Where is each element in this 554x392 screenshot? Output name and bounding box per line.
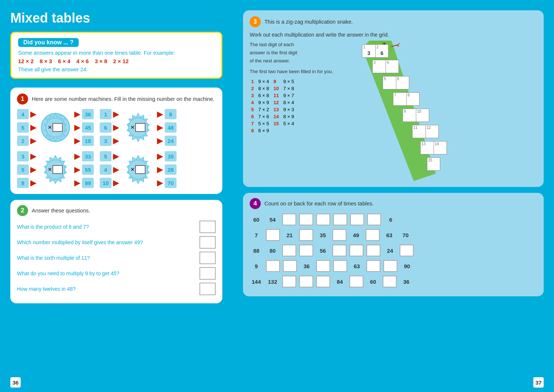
grid-cell-6[interactable]: 6 (396, 76, 409, 89)
page-right: 3 This is a zig-zag multiplication snake… (233, 0, 554, 392)
q2-text-2: Which number multiplied by itself gives … (17, 239, 143, 245)
q2-answer-3[interactable] (199, 252, 216, 264)
grid-cell-3[interactable]: 3 (372, 60, 386, 73)
dyk-ex-1: 12 × 2 (18, 58, 34, 64)
cb-1-2[interactable] (299, 214, 313, 225)
machine-1-inputs: 4 ▶ 5 ▶ 2 ▶ (17, 109, 37, 146)
q2-answer-1[interactable] (199, 221, 216, 233)
cv-5-5: 36 (400, 279, 413, 285)
cb-5-2[interactable] (299, 276, 313, 287)
cv-3-2: 80 (266, 248, 279, 254)
grid-row-8: 15 (427, 157, 440, 171)
cb-4-2[interactable] (283, 260, 297, 272)
grid-cell-15[interactable]: 15 (427, 157, 440, 171)
q2-answer-2[interactable] (199, 236, 216, 249)
cv-1-2: 54 (266, 217, 279, 223)
cb-5-3[interactable] (316, 276, 330, 287)
cv-2-4: 49 (349, 232, 363, 238)
cb-3-5[interactable] (366, 245, 380, 256)
cb-2-1[interactable] (266, 229, 280, 241)
cv-4-4: 90 (400, 263, 414, 269)
cv-5-1: 144 (250, 279, 263, 285)
q2-text-1: What is the product of 6 and 7? (17, 224, 89, 230)
q2-item-5: How many twelves in 48? (17, 283, 216, 295)
section-3-num: 3 (250, 16, 261, 27)
cv-1-3: 6 (384, 217, 397, 223)
q2-text-4: What do you need to multiply 9 by to get… (17, 270, 119, 276)
q2-answer-4[interactable] (199, 267, 216, 280)
grid-cell-10[interactable]: 10 (416, 109, 429, 122)
cb-5-1[interactable] (282, 276, 296, 287)
section-3-card: 3 This is a zig-zag multiplication snake… (243, 10, 544, 187)
grid-cell-8[interactable]: 8 (406, 92, 420, 106)
cv-3-4: 24 (383, 248, 397, 254)
cv-5-2: 132 (266, 279, 279, 285)
count-row-5: 144 132 84 60 36 (250, 276, 537, 287)
section-2-card: 2 Answer these questions. What is the pr… (10, 200, 222, 303)
cb-3-2[interactable] (299, 245, 313, 256)
grid-cell-13[interactable]: 13 (420, 141, 434, 154)
snake-note2: The first two have been filled in for yo… (250, 69, 333, 74)
q2-answer-5[interactable] (199, 283, 216, 295)
q2-item-2: Which number multiplied by itself gives … (17, 236, 216, 249)
cv-1-1: 60 (250, 217, 263, 223)
snake-grid-area: 1 3 2 6 3 4 (340, 41, 451, 181)
cv-4-3: 63 (350, 263, 363, 269)
grid-row-1: 1 3 2 6 (362, 44, 389, 58)
grid-cell-7[interactable]: 7 (393, 92, 406, 106)
dyk-examples: 12 × 2 8 × 3 6 × 4 4 × 6 3 × 8 2 × 12 (18, 58, 215, 64)
cb-3-1[interactable] (282, 245, 296, 256)
section-4-num: 4 (250, 198, 261, 209)
section-3-header: 3 This is a zig-zag multiplication snake… (250, 16, 537, 27)
dyk-intro: Some answers appear in more than one tim… (18, 50, 215, 56)
cb-2-2[interactable] (299, 229, 313, 241)
cb-4-3[interactable] (316, 260, 330, 272)
machine-4: 5 ▶ 4 ▶ 10 ▶ (100, 151, 177, 188)
section-3-instruction: Work out each multiplication and write t… (250, 32, 537, 38)
cv-2-5: 63 (383, 232, 396, 238)
cb-5-5[interactable] (383, 276, 397, 287)
count-row-3: 88 80 56 24 (250, 245, 537, 256)
q2-item-4: What do you need to multiply 9 by to get… (17, 267, 216, 280)
cb-4-5[interactable] (366, 260, 380, 272)
did-you-know-box: Did you know ... ? Some answers appear i… (10, 32, 222, 79)
q2-text-5: How many twelves in 48? (17, 286, 76, 292)
cb-3-6[interactable] (400, 245, 414, 256)
section-1-header: 1 Here are some number machines. Fill in… (17, 93, 216, 105)
cb-1-6[interactable] (367, 214, 381, 225)
cb-1-3[interactable] (316, 214, 330, 225)
cb-4-1[interactable] (266, 260, 280, 272)
cv-2-2: 21 (283, 232, 296, 238)
cb-1-1[interactable] (282, 214, 296, 225)
machine-1-outputs: ▶ 36 ▶ 45 ▶ 18 (74, 109, 94, 146)
cb-3-4[interactable] (349, 245, 363, 256)
dyk-ex-4: 4 × 6 (76, 58, 89, 64)
cv-5-3: 84 (333, 279, 346, 285)
section-2-label: Answer these questions. (32, 208, 90, 214)
grid-cell-4[interactable]: 4 (386, 60, 399, 73)
snake-note1: The last digit of each answer is the fir… (250, 41, 301, 65)
cv-2-3: 35 (316, 232, 329, 238)
grid-cell-12[interactable]: 12 (425, 125, 439, 138)
section-1-num: 1 (17, 93, 28, 105)
grid-cell-2[interactable]: 2 6 (375, 44, 389, 58)
cv-2-1: 7 (250, 232, 263, 238)
cb-5-4[interactable] (349, 276, 363, 287)
grid-cell-5[interactable]: 5 (383, 76, 396, 89)
cb-4-4[interactable] (333, 260, 347, 272)
machine-1: 4 ▶ 5 ▶ 2 ▶ (17, 109, 94, 146)
cb-2-4[interactable] (366, 229, 380, 241)
cb-1-5[interactable] (350, 214, 364, 225)
grid-cell-1[interactable]: 1 3 (362, 44, 375, 58)
grid-cell-11[interactable]: 11 (412, 125, 425, 138)
cb-4-6[interactable] (383, 260, 397, 272)
cb-3-3[interactable] (332, 245, 346, 256)
machine-2: 1 ▶ 6 ▶ 3 ▶ (100, 109, 177, 146)
cv-4-1: 9 (250, 263, 263, 269)
grid-cell-9[interactable]: 9 (403, 109, 416, 122)
cb-2-3[interactable] (332, 229, 346, 241)
grid-cell-14[interactable]: 14 (434, 141, 447, 154)
q2-item-1: What is the product of 6 and 7? (17, 221, 216, 233)
grid-row-4: 7 8 (393, 92, 420, 106)
cb-1-4[interactable] (333, 214, 347, 225)
